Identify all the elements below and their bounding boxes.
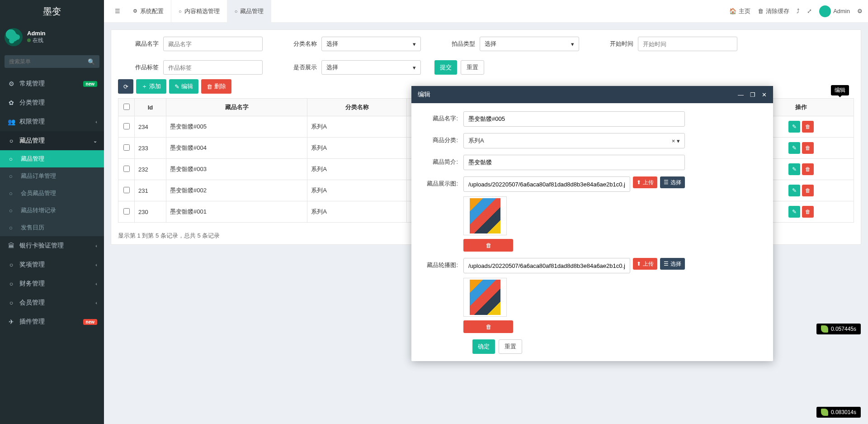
modal-cat-label: 商品分类: bbox=[420, 133, 463, 144]
modal-img1-input[interactable] bbox=[463, 176, 630, 192]
main-menu: ⚙常规管理new✿分类管理👥权限管理‹○藏品管理⌄○藏品管理○藏品订单管理○会员… bbox=[0, 74, 104, 331]
row-edit-button[interactable]: ✎ bbox=[788, 206, 800, 218]
close-icon[interactable]: ✕ bbox=[762, 91, 767, 98]
home-link[interactable]: 🏠主页 bbox=[729, 7, 750, 15]
modal-ok-button[interactable]: 确定 bbox=[472, 339, 495, 354]
sidebar-item[interactable]: 🏛银行卡验证管理‹ bbox=[0, 236, 104, 255]
chevron-icon: ‹ bbox=[95, 300, 97, 305]
refresh-button[interactable]: ⟳ bbox=[118, 79, 133, 94]
chevron-icon: ‹ bbox=[95, 281, 97, 286]
clear-chevron-icon[interactable]: × ▾ bbox=[672, 138, 680, 144]
choose-button-2[interactable]: ☰选择 bbox=[660, 258, 685, 270]
sidebar-subitem[interactable]: ○藏品转增记录 bbox=[0, 202, 104, 219]
menu-label: 奖项管理 bbox=[19, 261, 45, 269]
chevron-icon: ‹ bbox=[95, 243, 97, 248]
clear-cache-link[interactable]: 🗑清除缓存 bbox=[758, 7, 789, 15]
cell-name: 墨变骷髅#003 bbox=[166, 159, 307, 180]
sidebar-item[interactable]: ✿分类管理 bbox=[0, 93, 104, 112]
chevron-icon: ‹ bbox=[95, 262, 97, 267]
upload-icon: ⬆ bbox=[637, 179, 641, 186]
add-button[interactable]: ＋添加 bbox=[136, 79, 166, 94]
edit-button[interactable]: ✎编辑 bbox=[169, 79, 198, 94]
filter-type-select[interactable]: 选择▾ bbox=[480, 37, 579, 51]
menu-icon: ○ bbox=[7, 261, 16, 268]
user-menu[interactable]: Admin bbox=[819, 5, 850, 17]
modal-img2-label: 藏品轮播图: bbox=[420, 258, 463, 269]
row-checkbox[interactable] bbox=[123, 144, 130, 151]
filter-name-input[interactable] bbox=[163, 37, 263, 51]
chevron-icon: ⌄ bbox=[93, 138, 97, 144]
tab[interactable]: ⚙系统配置 bbox=[126, 0, 171, 23]
sidebar-item[interactable]: 👥权限管理‹ bbox=[0, 112, 104, 131]
pencil-icon: ✎ bbox=[175, 83, 179, 90]
export-icon[interactable]: ⤴ bbox=[797, 8, 800, 14]
upload-button-2[interactable]: ⬆上传 bbox=[633, 258, 657, 270]
upload-button-1[interactable]: ⬆上传 bbox=[633, 176, 657, 188]
search-icon[interactable]: 🔍 bbox=[88, 58, 95, 65]
main-area: ☰ ⚙系统配置○内容精选管理○藏品管理 🏠主页 🗑清除缓存 ⤴ ⤢ Admin … bbox=[104, 0, 868, 424]
row-edit-button[interactable]: ✎ bbox=[788, 142, 800, 154]
delete-thumb-1[interactable]: 🗑 bbox=[463, 239, 513, 252]
minimize-icon[interactable]: — bbox=[738, 91, 744, 98]
filter-submit-button[interactable]: 提交 bbox=[434, 60, 457, 75]
row-checkbox[interactable] bbox=[123, 123, 130, 129]
search-input[interactable] bbox=[5, 55, 99, 68]
cell-id: 231 bbox=[135, 180, 166, 201]
row-checkbox[interactable] bbox=[123, 208, 130, 214]
filter-cat-select[interactable]: 选择▾ bbox=[321, 37, 421, 51]
modal-reset-button[interactable]: 重置 bbox=[499, 339, 522, 354]
table-header[interactable]: 藏品名字 bbox=[166, 99, 307, 116]
hamburger-icon[interactable]: ☰ bbox=[109, 8, 126, 14]
sidebar: 墨变 Admin 在线 🔍 ⚙常规管理new✿分类管理👥权限管理‹○藏品管理⌄○… bbox=[0, 0, 104, 424]
maximize-icon[interactable]: ❐ bbox=[750, 91, 755, 98]
filter-show-select[interactable]: 选择▾ bbox=[321, 60, 421, 75]
tab[interactable]: ○藏品管理 bbox=[227, 0, 272, 23]
filter-start-input[interactable] bbox=[638, 37, 737, 51]
gears-icon[interactable]: ⚙ bbox=[857, 8, 863, 14]
tab[interactable]: ○内容精选管理 bbox=[171, 0, 227, 23]
sidebar-subitem[interactable]: ○藏品管理 bbox=[0, 150, 104, 167]
trash-icon: 🗑 bbox=[486, 242, 491, 249]
table-header[interactable] bbox=[118, 99, 135, 116]
sidebar-item[interactable]: ○奖项管理‹ bbox=[0, 255, 104, 274]
modal-name-input[interactable] bbox=[463, 111, 685, 127]
modal-img2-input[interactable] bbox=[463, 258, 630, 273]
delete-thumb-2[interactable]: 🗑 bbox=[463, 320, 513, 333]
row-edit-button[interactable]: ✎ bbox=[788, 185, 800, 196]
tab-icon: ⚙ bbox=[133, 8, 137, 14]
sidebar-item[interactable]: ○会员管理‹ bbox=[0, 293, 104, 312]
sidebar-item[interactable]: ✈插件管理new bbox=[0, 312, 104, 331]
table-header[interactable]: Id bbox=[135, 99, 166, 116]
filter-reset-button[interactable]: 重置 bbox=[461, 60, 484, 75]
select-all-checkbox[interactable] bbox=[123, 104, 130, 110]
cell-name: 墨变骷髅#002 bbox=[166, 180, 307, 201]
cell-cat: 系列A bbox=[307, 138, 407, 159]
modal-header[interactable]: 编辑 — ❐ ✕ bbox=[411, 86, 773, 103]
sidebar-item[interactable]: ○藏品管理⌄ bbox=[0, 131, 104, 150]
expand-icon[interactable]: ⤢ bbox=[807, 8, 812, 14]
sidebar-item[interactable]: ○财务管理‹ bbox=[0, 274, 104, 293]
sidebar-subitem[interactable]: ○发售日历 bbox=[0, 219, 104, 236]
row-delete-button[interactable]: 🗑 bbox=[802, 206, 814, 218]
sidebar-subitem[interactable]: ○藏品订单管理 bbox=[0, 167, 104, 185]
modal-cat-select[interactable]: 系列A× ▾ bbox=[463, 133, 685, 148]
row-delete-button[interactable]: 🗑 bbox=[802, 185, 814, 196]
row-delete-button[interactable]: 🗑 bbox=[802, 142, 814, 154]
delete-button[interactable]: 🗑删除 bbox=[201, 79, 231, 94]
table-header[interactable]: 分类名称 bbox=[307, 99, 407, 116]
row-delete-button[interactable]: 🗑 bbox=[802, 163, 814, 175]
row-edit-button[interactable]: ✎ bbox=[788, 121, 800, 133]
row-checkbox[interactable] bbox=[123, 166, 130, 172]
row-edit-button[interactable]: ✎ bbox=[788, 163, 800, 175]
sidebar-item[interactable]: ⚙常规管理new bbox=[0, 74, 104, 93]
row-delete-button[interactable]: 🗑 bbox=[802, 121, 814, 133]
row-checkbox[interactable] bbox=[123, 187, 130, 193]
filter-tag-input[interactable] bbox=[163, 60, 263, 75]
sidebar-subitem[interactable]: ○会员藏品管理 bbox=[0, 185, 104, 202]
menu-icon: ✈ bbox=[7, 318, 16, 325]
cell-cat: 系列A bbox=[307, 201, 407, 223]
modal-intro-input[interactable] bbox=[463, 155, 685, 170]
choose-button-1[interactable]: ☰选择 bbox=[660, 176, 685, 188]
thumbnail-1[interactable] bbox=[463, 196, 507, 235]
thumbnail-2[interactable] bbox=[463, 278, 507, 317]
